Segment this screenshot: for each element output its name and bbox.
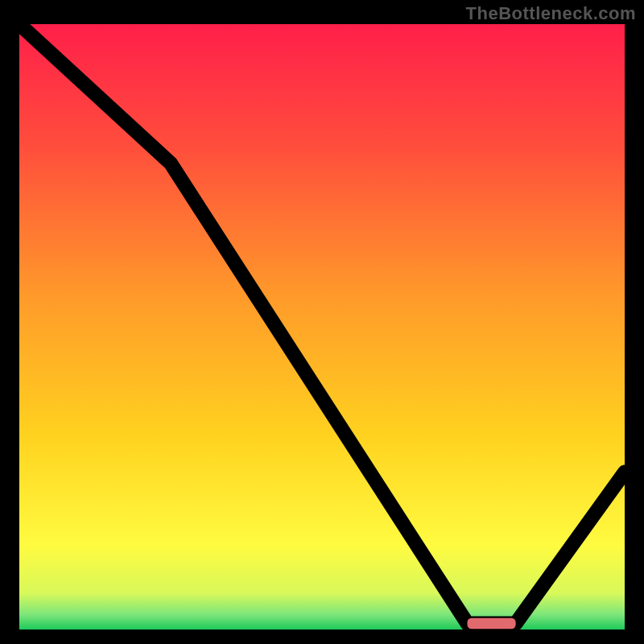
watermark-text: TheBottleneck.com (466, 3, 636, 24)
plot-svg (19, 24, 625, 630)
chart-frame: TheBottleneck.com (0, 0, 644, 644)
plot-area (18, 23, 626, 631)
optimal-marker (467, 618, 515, 630)
